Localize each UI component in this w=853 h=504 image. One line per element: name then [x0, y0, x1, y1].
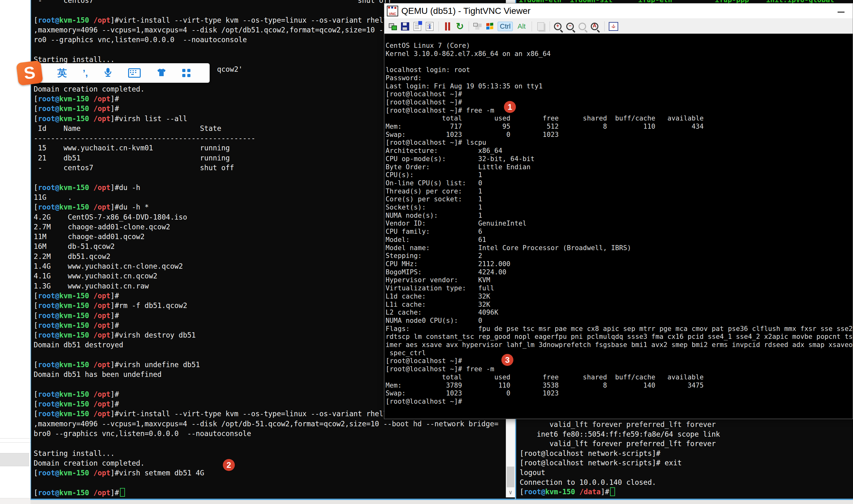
save-icon[interactable]: [401, 21, 410, 32]
annotation-badge-3: 3: [501, 354, 513, 366]
minimize-icon[interactable]: [837, 6, 845, 15]
zoom-in-icon[interactable]: +: [554, 21, 564, 32]
divider: [0, 442, 31, 443]
scrollbar-down-arrow-icon[interactable]: ∨: [506, 489, 515, 497]
new-connection-icon[interactable]: [388, 21, 397, 32]
refresh-icon[interactable]: ↻: [455, 21, 465, 32]
vnc-app-icon: VNC: [387, 6, 398, 16]
toolbox-grid-icon[interactable]: [182, 69, 191, 77]
connection-info-icon[interactable]: [425, 21, 434, 32]
zoom-auto-icon[interactable]: A: [591, 21, 600, 32]
skin-shirt-icon[interactable]: [157, 68, 166, 78]
divider: [0, 438, 31, 438]
connection-options-icon[interactable]: [413, 21, 422, 32]
tightvnc-viewer-window: VNC QEMU (db51) - TightVNC Viewer ↻CtrlA…: [384, 3, 853, 419]
window-title: QEMU (db51) - TightVNC Viewer: [401, 6, 530, 16]
keyboard-icon[interactable]: [128, 68, 141, 78]
terminal-line: [root@kvm-150 /data]#: [520, 487, 720, 497]
toolbar-separator: [532, 21, 532, 32]
terminal-line: valid_lft forever preferred_lft forever: [520, 420, 720, 429]
windows-key-icon[interactable]: [485, 21, 495, 32]
scrollbar-thumb[interactable]: [507, 467, 514, 487]
terminal-line: Starting install...: [34, 449, 505, 458]
terminal-line: valid_lft forever preferred_lft forever: [520, 439, 720, 449]
console-output: CentOS Linux 7 (Core) Kernel 3.10.0-862.…: [386, 42, 853, 406]
fullscreen-icon[interactable]: ↔↕: [609, 21, 618, 32]
copy-icon[interactable]: [536, 21, 546, 32]
toolbar-separator: [604, 21, 605, 32]
zoom-out-icon[interactable]: −: [566, 21, 576, 32]
desktop: - centos7 shut off [root@kvm-150 /opt]#v…: [0, 0, 853, 504]
terminal-line: [root@localhost network-scripts]#: [520, 449, 720, 458]
terminal-line: Domain creation completed.: [34, 458, 505, 468]
terminal-line: [root@kvm-150 /opt]#: [34, 488, 505, 498]
terminal-line: Connection to 10.0.0.140 closed.: [520, 478, 720, 487]
pause-icon[interactable]: [443, 21, 452, 32]
zoom-100-icon[interactable]: [579, 21, 588, 32]
sidebar-selected-item[interactable]: [0, 453, 29, 466]
vnc-toolbar: ↻CtrlAlt+−A↔↕: [384, 19, 853, 34]
sidebar-footer: [0, 498, 31, 504]
microphone-icon[interactable]: [104, 68, 112, 78]
terminal-line: logout: [520, 468, 720, 478]
sogou-logo-icon[interactable]: S: [16, 60, 43, 86]
toolbar-separator: [550, 21, 550, 32]
ctrl-alt-del-icon[interactable]: [473, 21, 482, 32]
terminal-line: inet6 fe80::5054:ff:fe59:fa8e/64 scope l…: [520, 429, 720, 439]
terminal-line: bro0 --graphics vnc,listen=0.0.0.0 --noa…: [34, 429, 505, 438]
vnc-remote-console[interactable]: CentOS Linux 7 (Core) Kernel 3.10.0-862.…: [384, 34, 853, 419]
annotation-badge-2: 2: [223, 459, 235, 471]
terminal-line: [root@localhost network-scripts]# exit: [520, 458, 720, 468]
terminal-line: ,maxmemory=4096 --vcpus=1,maxvcpus=4 --d…: [34, 419, 505, 429]
punctuation-icon[interactable]: ’,: [83, 68, 88, 78]
vnc-titlebar[interactable]: VNC QEMU (db51) - TightVNC Viewer: [384, 3, 853, 19]
annotation-badge-1: 1: [504, 101, 516, 113]
terminal-output[interactable]: valid_lft forever preferred_lft forever …: [520, 420, 720, 497]
alt-key-button[interactable]: Alt: [516, 21, 528, 32]
toolbar-separator: [469, 21, 469, 32]
toolbar-separator: [439, 21, 439, 32]
terminal-line: [34, 438, 505, 448]
terminal-line: [root@kvm-150 /opt]#virsh setmem db51 4G: [34, 468, 505, 478]
terminal-line: [34, 478, 505, 488]
sogou-icon-bar[interactable]: 英 ’,: [38, 63, 210, 83]
sogou-input-toolbar[interactable]: S 英 ’,: [17, 62, 210, 84]
ctrl-key-button[interactable]: Ctrl: [498, 21, 513, 32]
language-mode-icon[interactable]: 英: [57, 68, 67, 78]
